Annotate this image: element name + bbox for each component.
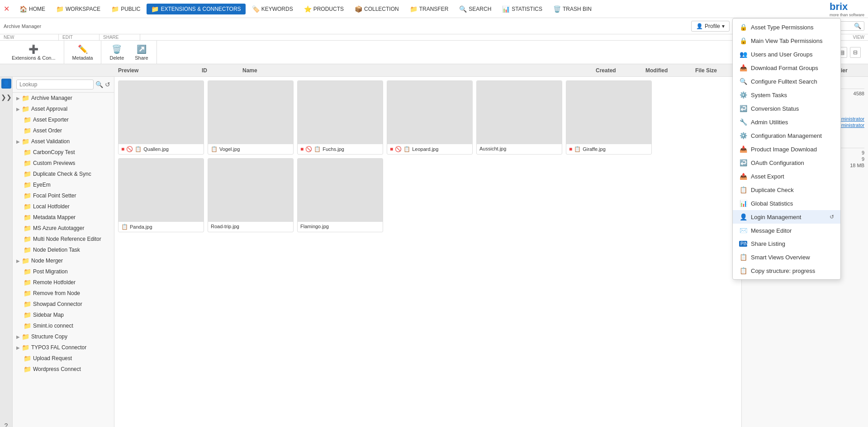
view-split-icon[interactable]: ⊟: [850, 47, 861, 58]
dropdown-duplicate-check[interactable]: 📋 Duplicate Check: [733, 183, 840, 197]
user-avatar-icon[interactable]: 👤: [1, 79, 11, 89]
dropdown-oauth[interactable]: ↩️ OAuth Configuration: [733, 156, 840, 169]
sidebar-item-showpad[interactable]: 📁 Showpad Connector: [13, 299, 114, 310]
nav-products[interactable]: ⭐ PRODUCTS: [299, 4, 348, 14]
folder-icon: 📁: [24, 322, 31, 329]
share-button[interactable]: ↗️ Share: [130, 42, 152, 62]
dropdown-login-management[interactable]: 👤 Login Management ↺: [733, 210, 840, 224]
expand-icon: ▶: [16, 107, 20, 112]
toolbar-edit-section: ✏️ Metadata: [64, 41, 102, 64]
no-icon: 🚫: [305, 146, 312, 152]
nav-keywords[interactable]: 🏷️ KEYWORDS: [247, 4, 298, 14]
profile-button[interactable]: 👤 Profile ▾: [691, 21, 730, 32]
new-section-label: NEW: [0, 34, 59, 40]
copy-icon: 📋: [121, 224, 128, 230]
sidebar-item-archive-manager[interactable]: ▶ 📁 Archive Manager: [13, 93, 114, 103]
sidebar-item-wordpress[interactable]: 📁 Wordpress Connect: [13, 364, 114, 375]
delete-button[interactable]: 🗑️ Delete: [105, 42, 128, 62]
lookup-refresh-icon[interactable]: ↺: [105, 81, 110, 88]
asset-grid: ■ 🚫 📋 Quallen.jpg 📋 Vogel.jpg ■: [114, 77, 741, 427]
lock-icon: 🔒: [739, 37, 747, 44]
nav-search[interactable]: 🔍 SEARCH: [455, 4, 496, 14]
help-icon[interactable]: ?: [1, 421, 11, 427]
search-icon[interactable]: 🔍: [854, 23, 861, 29]
sidebar-item-metadata-mapper[interactable]: 📁 Metadata Mapper: [13, 212, 114, 223]
table-row[interactable]: ■ 📋 Giraffe.jpg: [566, 80, 652, 155]
sidebar-item-asset-validation[interactable]: ▶ 📁 Asset Validation: [13, 136, 114, 147]
sidebar-item-ms-azure[interactable]: 📁 MS Azure Autotagger: [13, 223, 114, 234]
expand-icon: ▶: [16, 258, 20, 263]
sidebar-item-smint[interactable]: 📁 Smint.io connect: [13, 320, 114, 331]
nav-extensions[interactable]: 📁 EXTENSIONS & CONNECTORS: [147, 4, 245, 14]
dropdown-asset-type-permissions[interactable]: 🔒 Asset Type Permissions: [733, 20, 840, 34]
dropdown-message-editor[interactable]: ✉️ Message Editor: [733, 224, 840, 237]
dropdown-admin-utilities[interactable]: 🔧 Admin Utilities: [733, 115, 840, 129]
sidebar-item-asset-exporter[interactable]: 📁 Asset Exporter: [13, 114, 114, 125]
sidebar-item-asset-order[interactable]: 📁 Asset Order: [13, 125, 114, 136]
table-row[interactable]: ■ 🚫 📋 Fuchs.jpg: [297, 80, 383, 155]
dropdown-smart-views[interactable]: 📋 Smart Views Overview: [733, 250, 840, 264]
card-footer: Road-trip.jpg: [208, 222, 293, 231]
dropdown-users-and-groups[interactable]: 👥 Users and User Groups: [733, 47, 840, 61]
nav-public[interactable]: 📁 PUBLIC: [107, 4, 145, 14]
folder-icon: 📁: [24, 149, 31, 156]
table-row[interactable]: 📋 Vogel.jpg: [208, 80, 294, 155]
folder-icon: 📁: [24, 116, 31, 123]
dropdown-share-listing[interactable]: PIN Share Listing: [733, 237, 840, 250]
table-row[interactable]: ■ 🚫 📋 Quallen.jpg: [118, 80, 204, 155]
dropdown-main-view-tab-permissions[interactable]: 🔒 Main View Tab Permissions: [733, 34, 840, 47]
sidebar-item-multi-node[interactable]: 📁 Multi Node Reference Editor: [13, 234, 114, 244]
folder-icon: 📁: [24, 268, 31, 275]
dropdown-product-image-download[interactable]: 📥 Product Image Download: [733, 142, 840, 156]
dropdown-asset-export[interactable]: 📤 Asset Export: [733, 169, 840, 183]
nav-trashbin[interactable]: 🗑️ TRASH BIN: [549, 4, 596, 14]
dropdown-system-tasks[interactable]: ⚙️ System Tasks: [733, 88, 840, 102]
table-row[interactable]: Road-trip.jpg: [208, 158, 294, 232]
dropdown-conversion-status[interactable]: ↩️ Conversion Status: [733, 102, 840, 115]
table-row[interactable]: Aussicht.jpg: [476, 80, 562, 155]
dropdown-download-format-groups[interactable]: 📥 Download Format Groups: [733, 61, 840, 75]
sidebar-item-remove-from-node[interactable]: 📁 Remove from Node: [13, 288, 114, 299]
sidebar-item-upload-request[interactable]: 📁 Upload Request: [13, 353, 114, 364]
table-row[interactable]: 📋 Panda.jpg: [118, 158, 204, 232]
dropdown-configuration-management[interactable]: ⚙️ Configuration Management: [733, 129, 840, 142]
table-row[interactable]: ■ 🚫 📋 Leopard.jpg: [387, 80, 473, 155]
expand-icon: ▶: [16, 334, 20, 339]
sidebar-item-asset-approval[interactable]: ▶ 📁 Asset Approval: [13, 103, 114, 114]
sidebar-item-carboncopy[interactable]: 📁 CarbonCopy Test: [13, 147, 114, 158]
sidebar-item-typo3[interactable]: ▶ 📁 TYPO3 FAL Connector: [13, 342, 114, 353]
sidebar-item-node-merger[interactable]: ▶ 📁 Node Merger: [13, 255, 114, 266]
nav-collection[interactable]: 📦 COLLECTION: [350, 4, 403, 14]
table-row[interactable]: Flamingo.jpg: [297, 158, 383, 232]
products-icon: ⭐: [304, 5, 312, 13]
folder-icon: 📁: [24, 192, 31, 199]
sidebar-item-local-hotfolder[interactable]: 📁 Local Hotfolder: [13, 201, 114, 212]
nav-workspace[interactable]: 📁 WORKSPACE: [52, 4, 105, 14]
col-id: ID: [198, 67, 239, 74]
sidebar-item-custom-previews[interactable]: 📁 Custom Previews: [13, 158, 114, 169]
metadata-button[interactable]: ✏️ Metadata: [68, 42, 98, 62]
panel-toggle-icon[interactable]: ❯❯: [1, 92, 11, 102]
sidebar-item-structure-copy[interactable]: ▶ 📁 Structure Copy: [13, 331, 114, 342]
sidebar-item-post-migration[interactable]: 📁 Post Migration: [13, 266, 114, 277]
collection-icon: 📦: [355, 5, 362, 13]
asset-name: Flamingo.jpg: [300, 224, 380, 229]
close-icon[interactable]: ✕: [4, 5, 9, 13]
smart-view-icon: 📋: [739, 253, 747, 261]
nav-statistics[interactable]: 📊 STATISTICS: [498, 4, 547, 14]
lookup-search-icon[interactable]: 🔍: [95, 81, 103, 88]
lookup-input[interactable]: [16, 80, 94, 89]
sidebar-lookup: 🔍 ↺: [13, 77, 114, 93]
sidebar-item-remote-hotfolder[interactable]: 📁 Remote Hotfolder: [13, 277, 114, 288]
extensions-button[interactable]: ➕ Extensions & Con...: [7, 42, 60, 62]
nav-home[interactable]: 🏠 HOME: [15, 4, 50, 14]
sidebar-item-sidebar-map[interactable]: 📁 Sidebar Map: [13, 310, 114, 320]
dropdown-configure-fulltext[interactable]: 🔍 Configure Fulltext Search: [733, 75, 840, 88]
sidebar-item-eyeem[interactable]: 📁 EyeEm: [13, 179, 114, 190]
nav-transfer[interactable]: 📁 TRANSFER: [405, 4, 453, 14]
dropdown-copy-structure[interactable]: 📋 Copy structure: progress: [733, 264, 840, 277]
sidebar-item-node-deletion[interactable]: 📁 Node Deletion Task: [13, 244, 114, 255]
dropdown-global-statistics[interactable]: 📊 Global Statistics: [733, 197, 840, 210]
sidebar-item-focal-point-setter[interactable]: 📁 Focal Point Setter: [13, 190, 114, 201]
sidebar-item-duplicate-check-sync[interactable]: 📁 Duplicate Check & Sync: [13, 169, 114, 179]
